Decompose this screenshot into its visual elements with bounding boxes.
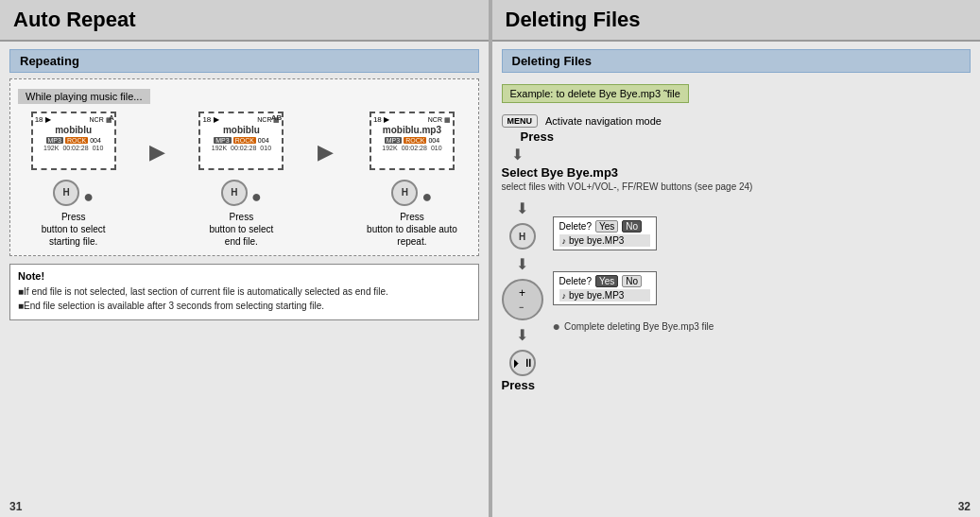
- complete-text: Complete deleting Bye Bye.mp3 file: [564, 321, 714, 332]
- down-icon-3: ⬇: [516, 255, 528, 273]
- file-icon-2: ♪: [562, 291, 567, 301]
- delete-label-2: Delete?: [559, 276, 592, 286]
- dialog-2-row: Delete? Yes No: [559, 275, 650, 287]
- menu-button[interactable]: MENU: [502, 114, 539, 128]
- press-label-1: Pressbutton to selectstarting file.: [42, 211, 106, 248]
- while-playing-box: While playing music file... 18 ▶ NCR ▦ A…: [9, 78, 479, 256]
- delete-dialog-1: Delete? Yes No ♪ bye bye.MP3: [553, 216, 657, 250]
- nav-cross[interactable]: +−: [502, 279, 543, 320]
- num-1: 004: [90, 137, 101, 144]
- icons-3: NCR ▦: [428, 116, 451, 124]
- play-button[interactable]: ⏵⏸: [509, 350, 536, 376]
- down-icon-2: ⬇: [516, 199, 528, 217]
- device-screen-2: 18 ▶ NCR ▦ AB mobiblu MP3 ROCK 004 192K: [198, 112, 284, 170]
- down-icon-4: ⬇: [516, 326, 528, 344]
- num2-3: 010: [431, 145, 442, 151]
- info-row-3: 192K 00:02:28 010: [382, 145, 441, 151]
- nav-cross-symbol: +−: [519, 286, 525, 313]
- file-row-2: ♪ bye bye.MP3: [559, 289, 650, 302]
- example-box: Example: to delete Bye Bye.mp3 ˜file: [502, 84, 689, 103]
- time-1: 00:02:28: [62, 145, 88, 151]
- file-name-2: bye bye.MP3: [569, 290, 624, 301]
- device-item-1: 18 ▶ NCR ▦ A mobiblu MP3 ROCK 004 192K 0: [31, 112, 116, 248]
- note-box: Note! ■If end file is not selected, last…: [9, 264, 479, 320]
- complete-row: ● Complete deleting Bye Bye.mp3 file: [553, 319, 714, 334]
- h-button-right[interactable]: H: [509, 223, 536, 250]
- tag-mp3-3: MP3: [385, 137, 402, 144]
- file-icon-1: ♪: [562, 236, 567, 246]
- delete-label-1: Delete?: [559, 221, 592, 232]
- h-button-2[interactable]: H: [221, 180, 248, 206]
- yes-selected-btn: Yes: [595, 275, 618, 287]
- no-btn-1: No: [622, 220, 642, 233]
- info-row-1: 192K 00:02:28 010: [43, 145, 103, 151]
- tag-mp3-1: MP3: [46, 137, 63, 144]
- device-top-bar-1: 18 ▶ NCR ▦: [35, 115, 112, 124]
- arrow-2: ●: [251, 187, 262, 207]
- kbps-3: 192K: [382, 145, 397, 151]
- device-row: 18 ▶ NCR ▦ A mobiblu MP3 ROCK 004 192K 0: [18, 112, 471, 248]
- num-2: 004: [258, 137, 269, 144]
- top-info-2: 18 ▶: [202, 115, 218, 124]
- right-page: Deleting Files Deleting Files Example: t…: [492, 0, 981, 517]
- tag-row-1: MP3 ROCK 004: [46, 137, 101, 144]
- file-row-1: ♪ bye bye.MP3: [559, 234, 650, 247]
- page-number-left: 31: [9, 500, 22, 513]
- mid-arrow-2: ▶: [318, 140, 334, 164]
- kbps-1: 192K: [43, 145, 59, 151]
- left-content: While playing music file... 18 ▶ NCR ▦ A…: [0, 78, 489, 517]
- page-number-right: 32: [958, 500, 971, 513]
- kbps-2: 192K: [212, 145, 227, 151]
- complete-icon: ●: [553, 319, 560, 334]
- device-item-3: 18 ▶ NCR ▦ mobiblu.mp3 MP3 ROCK 004 192K…: [367, 112, 457, 248]
- tag-rock-1: ROCK: [65, 137, 88, 144]
- press-text-1: Press: [521, 129, 971, 144]
- left-section-title: Repeating: [9, 49, 479, 73]
- device-screen-3: 18 ▶ NCR ▦ mobiblu.mp3 MP3 ROCK 004 192K…: [370, 112, 455, 170]
- sub-text: select files with VOL+/VOL-, FF/REW butt…: [502, 181, 971, 192]
- down-arrow-1: ⬇: [511, 146, 971, 164]
- select-text: Select Bye Bye.mp3: [502, 165, 971, 180]
- right-page-title: Deleting Files: [492, 0, 981, 42]
- right-section-title: Deleting Files: [502, 49, 971, 73]
- info-row-2: 192K 00:02:28 010: [212, 145, 271, 151]
- activate-text: Activate navigation mode: [545, 115, 662, 127]
- delete-dialog-2: Delete? Yes No ♪ bye bye.MP3: [553, 271, 657, 305]
- yes-btn-1: Yes: [595, 220, 618, 233]
- num-3: 004: [428, 137, 439, 144]
- top-info-3: 18 ▶: [373, 115, 389, 124]
- press-label-2: Pressbutton to selectend file.: [209, 211, 273, 248]
- dialog-1-row: Delete? Yes No: [559, 220, 650, 233]
- time-3: 00:02:28: [402, 145, 427, 151]
- left-page-title: Auto Repeat: [0, 0, 489, 42]
- step-menu: MENU Activate navigation mode: [502, 114, 971, 128]
- ab-badge-2: AB: [271, 113, 283, 122]
- track-name-3: mobiblu.mp3: [383, 125, 441, 135]
- device-screen-1: 18 ▶ NCR ▦ A mobiblu MP3 ROCK 004 192K 0: [31, 112, 116, 170]
- note-title: Note!: [18, 270, 471, 282]
- time-2: 00:02:28: [231, 145, 256, 151]
- tag-row-2: MP3 ROCK 004: [214, 137, 268, 144]
- note-item-1: ■If end file is not selected, last secti…: [18, 285, 471, 298]
- ab-badge-1: A: [109, 113, 114, 122]
- top-info-1: 18 ▶: [35, 115, 51, 124]
- track-name-1: mobiblu: [55, 125, 92, 135]
- num2-2: 010: [260, 145, 271, 151]
- file-name-1: bye bye.MP3: [569, 235, 624, 246]
- while-playing-label: While playing music file...: [18, 89, 150, 104]
- num2-1: 010: [93, 145, 104, 151]
- h-button-1[interactable]: H: [53, 180, 79, 206]
- track-name-2: mobiblu: [223, 125, 260, 135]
- spacer: [553, 256, 714, 266]
- note-item-2: ■End file selection is available after 3…: [18, 300, 471, 312]
- tag-rock-2: ROCK: [233, 137, 256, 144]
- mid-arrow-1: ▶: [149, 140, 165, 164]
- no-deselected-btn: No: [622, 275, 642, 287]
- device-top-bar-2: 18 ▶ NCR ▦: [202, 115, 280, 124]
- press-text-2: Press: [502, 378, 971, 392]
- tag-mp3-2: MP3: [214, 137, 231, 144]
- tag-rock-3: ROCK: [404, 137, 426, 144]
- h-button-3[interactable]: H: [391, 180, 418, 206]
- device-item-2: 18 ▶ NCR ▦ AB mobiblu MP3 ROCK 004 192K: [198, 112, 284, 248]
- press-label-3: Pressbutton to disable autorepeat.: [367, 211, 457, 248]
